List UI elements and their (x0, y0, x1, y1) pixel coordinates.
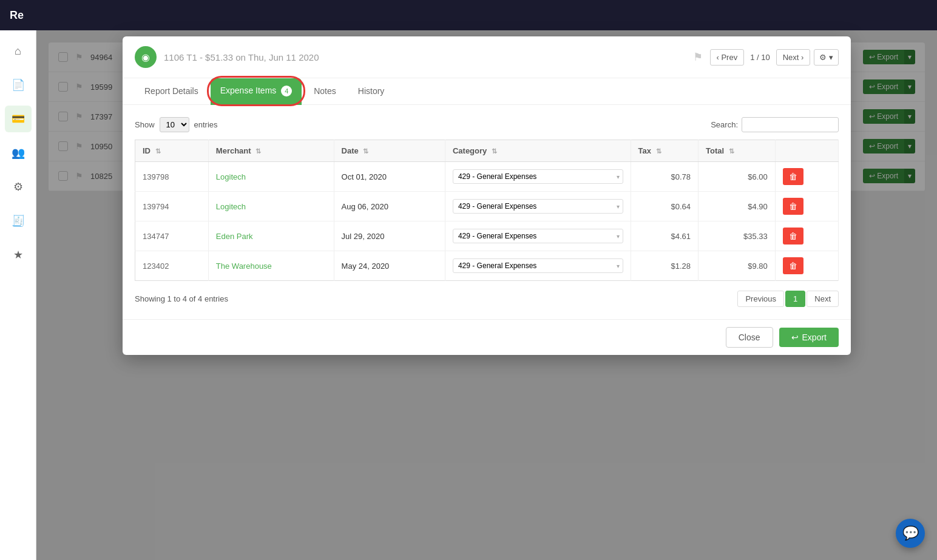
tab-expense-items[interactable]: Expense Items 4 (211, 78, 302, 105)
pagination-page-1[interactable]: 1 (785, 291, 805, 307)
next-button[interactable]: Next › (776, 49, 811, 66)
cell-action: 🗑 (775, 251, 838, 281)
sidebar-item-manage[interactable]: 👥 (5, 140, 32, 166)
cell-merchant[interactable]: Logitech (208, 192, 334, 221)
delete-button[interactable]: 🗑 (783, 168, 803, 185)
cell-total: $35.33 (699, 221, 776, 251)
cell-date: Jul 29, 2020 (334, 221, 445, 251)
table-row: 134747 Eden Park Jul 29, 2020 429 - Gene… (135, 221, 839, 251)
delete-button[interactable]: 🗑 (783, 198, 803, 215)
pagination: Showing 1 to 4 of 4 entries Previous 1 N… (135, 291, 839, 307)
cell-tax: $4.61 (631, 221, 698, 251)
cell-merchant[interactable]: Eden Park (208, 221, 334, 251)
search-input[interactable] (742, 117, 839, 132)
entries-select[interactable]: 10 25 50 (160, 117, 189, 132)
show-label: Show (135, 120, 155, 129)
app-logo: Re (10, 9, 24, 22)
settings-button[interactable]: ⚙ ▾ (814, 49, 839, 66)
delete-button[interactable]: 🗑 (783, 228, 803, 245)
cell-merchant[interactable]: Logitech (208, 162, 334, 192)
modal-overlay: ◉ 1106 T1 - $51.33 on Thu, Jun 11 2020 ⚑… (36, 30, 937, 560)
modal-tabs: Report Details Expense Items 4 Notes His… (123, 78, 851, 105)
pagination-prev[interactable]: Previous (737, 291, 784, 307)
cell-id: 139794 (135, 192, 209, 221)
report-icon: ◉ (135, 46, 157, 68)
modal-title: 1106 T1 - $51.33 on Thu, Jun 11 2020 (164, 51, 686, 64)
cell-date: Aug 06, 2020 (334, 192, 445, 221)
sidebar-item-approvals[interactable]: ★ (5, 241, 32, 268)
sidebar: ⌂ 📄 💳 👥 ⚙ 🧾 ★ (0, 30, 36, 560)
cell-category[interactable]: 429 - General Expenses ▾ (445, 221, 631, 251)
cell-category[interactable]: 429 - General Expenses ▾ (445, 251, 631, 281)
col-tax[interactable]: Tax ⇅ (631, 140, 698, 162)
col-date[interactable]: Date ⇅ (334, 140, 445, 162)
chat-button[interactable]: 💬 (896, 519, 925, 548)
cell-tax: $0.64 (631, 192, 698, 221)
table-row: 123402 The Warehouse May 24, 2020 429 - … (135, 251, 839, 281)
cell-action: 🗑 (775, 162, 838, 192)
col-action (775, 140, 838, 162)
top-bar: Re (0, 0, 937, 30)
close-button[interactable]: Close (726, 327, 773, 348)
category-select[interactable]: 429 - General Expenses (453, 229, 623, 243)
entries-label: entries (194, 120, 218, 129)
col-merchant[interactable]: Merchant ⇅ (208, 140, 334, 162)
expense-items-table: ID ⇅ Merchant ⇅ Date ⇅ Category ⇅ Tax ⇅ … (135, 140, 839, 281)
cell-category[interactable]: 429 - General Expenses ▾ (445, 192, 631, 221)
cell-merchant[interactable]: The Warehouse (208, 251, 334, 281)
cell-date: May 24, 2020 (334, 251, 445, 281)
cell-date: Oct 01, 2020 (334, 162, 445, 192)
cell-id: 139798 (135, 162, 209, 192)
delete-button[interactable]: 🗑 (783, 257, 803, 274)
cell-category[interactable]: 429 - General Expenses ▾ (445, 162, 631, 192)
expense-items-badge: 4 (281, 86, 292, 96)
cell-action: 🗑 (775, 221, 838, 251)
col-category[interactable]: Category ⇅ (445, 140, 631, 162)
cell-id: 123402 (135, 251, 209, 281)
cell-total: $4.90 (699, 192, 776, 221)
sidebar-item-reports[interactable]: 📄 (5, 72, 32, 98)
cell-total: $9.80 (699, 251, 776, 281)
export-arrow-icon: ↩ (791, 332, 799, 342)
col-total[interactable]: Total ⇅ (699, 140, 776, 162)
sidebar-item-expenses[interactable]: 💳 (5, 106, 32, 132)
col-id[interactable]: ID ⇅ (135, 140, 209, 162)
modal-footer: Close ↩ Export (123, 319, 851, 355)
modal-nav: ‹ Prev 1 / 10 Next › ⚙ ▾ (710, 49, 839, 66)
modal-header: ◉ 1106 T1 - $51.33 on Thu, Jun 11 2020 ⚑… (123, 36, 851, 78)
search-label: Search: (711, 120, 738, 129)
prev-button[interactable]: ‹ Prev (710, 49, 745, 66)
sidebar-item-settings[interactable]: ⚙ (5, 174, 32, 200)
expense-report-modal: ◉ 1106 T1 - $51.33 on Thu, Jun 11 2020 ⚑… (123, 36, 851, 355)
cell-id: 134747 (135, 221, 209, 251)
sidebar-item-dashboard[interactable]: ⌂ (5, 38, 32, 64)
tab-history[interactable]: History (348, 79, 394, 104)
cell-tax: $0.78 (631, 162, 698, 192)
category-select[interactable]: 429 - General Expenses (453, 258, 623, 273)
search-box: Search: (711, 117, 839, 132)
table-row: 139794 Logitech Aug 06, 2020 429 - Gener… (135, 192, 839, 221)
sidebar-item-receipts[interactable]: 🧾 (5, 207, 32, 234)
table-controls: Show 10 25 50 entries Search: (135, 117, 839, 132)
category-select[interactable]: 429 - General Expenses (453, 199, 623, 214)
show-entries: Show 10 25 50 entries (135, 117, 218, 132)
cell-total: $6.00 (699, 162, 776, 192)
category-select[interactable]: 429 - General Expenses (453, 169, 623, 184)
pagination-next[interactable]: Next (807, 291, 839, 307)
modal-body: Show 10 25 50 entries Search: (123, 105, 851, 319)
page-indicator: 1 / 10 (748, 53, 773, 62)
tab-notes[interactable]: Notes (304, 79, 346, 104)
table-row: 139798 Logitech Oct 01, 2020 429 - Gener… (135, 162, 839, 192)
export-button[interactable]: ↩ Export (779, 328, 839, 347)
cell-action: 🗑 (775, 192, 838, 221)
pagination-nav: Previous 1 Next (737, 291, 839, 307)
pagination-info: Showing 1 to 4 of 4 entries (135, 294, 228, 303)
tab-report-details[interactable]: Report Details (135, 79, 208, 104)
cell-tax: $1.28 (631, 251, 698, 281)
flag-icon[interactable]: ⚑ (693, 50, 703, 64)
